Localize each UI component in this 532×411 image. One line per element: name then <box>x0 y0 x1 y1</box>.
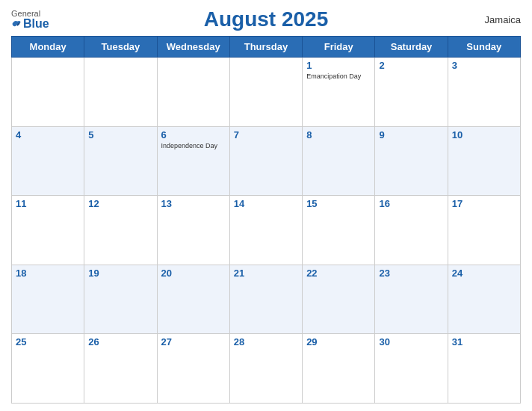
holiday-label: Emancipation Day <box>306 72 371 80</box>
month-title: August 2025 <box>204 7 329 31</box>
calendar-cell: 24 <box>448 265 520 334</box>
calendar-cell: 29 <box>303 334 375 404</box>
day-number: 26 <box>88 336 152 347</box>
calendar-cell: 10 <box>448 126 520 196</box>
weekday-saturday: Saturday <box>375 37 448 58</box>
calendar-cell: 7 <box>229 126 302 196</box>
day-number: 28 <box>234 336 298 347</box>
calendar-cell: 6Independence Day <box>157 126 229 196</box>
day-number: 20 <box>161 268 226 279</box>
calendar-cell: 21 <box>229 265 302 334</box>
calendar-cell: 16 <box>375 196 448 265</box>
day-number: 21 <box>234 268 298 279</box>
calendar-cell: 26 <box>84 334 157 404</box>
calendar-cell <box>84 58 157 127</box>
calendar-week-row: 11121314151617 <box>12 196 521 265</box>
day-number: 24 <box>452 268 516 279</box>
calendar-cell: 23 <box>375 265 448 334</box>
calendar-cell: 25 <box>12 334 84 404</box>
calendar-cell: 11 <box>12 196 84 265</box>
calendar-cell: 28 <box>229 334 302 404</box>
calendar-cell: 27 <box>157 334 229 404</box>
day-number: 31 <box>452 336 516 347</box>
day-number: 1 <box>306 60 371 71</box>
calendar-cell <box>12 58 84 127</box>
country-label: Jamaica <box>485 14 521 25</box>
day-number: 25 <box>16 336 80 347</box>
day-number: 16 <box>379 198 443 209</box>
calendar-cell <box>157 58 229 127</box>
weekday-wednesday: Wednesday <box>157 37 229 58</box>
calendar-cell: 31 <box>448 334 520 404</box>
day-number: 14 <box>234 198 298 209</box>
weekday-tuesday: Tuesday <box>84 37 157 58</box>
calendar-cell: 13 <box>157 196 229 265</box>
logo-blue-text: Blue <box>11 18 49 30</box>
weekday-monday: Monday <box>12 37 84 58</box>
calendar-cell: 18 <box>12 265 84 334</box>
calendar-cell: 19 <box>84 265 157 334</box>
day-number: 30 <box>379 336 443 347</box>
calendar-cell: 15 <box>303 196 375 265</box>
day-number: 7 <box>234 129 298 140</box>
calendar-table: MondayTuesdayWednesdayThursdayFridaySatu… <box>11 36 521 404</box>
calendar-cell: 5 <box>84 126 157 196</box>
calendar-week-row: 1Emancipation Day23 <box>12 58 521 127</box>
day-number: 9 <box>379 129 443 140</box>
day-number: 11 <box>16 198 80 209</box>
calendar-cell: 14 <box>229 196 302 265</box>
weekday-header-row: MondayTuesdayWednesdayThursdayFridaySatu… <box>12 37 521 58</box>
day-number: 8 <box>306 129 371 140</box>
calendar-week-row: 456Independence Day78910 <box>12 126 521 196</box>
calendar-cell: 4 <box>12 126 84 196</box>
calendar-cell: 3 <box>448 58 520 127</box>
day-number: 27 <box>161 336 226 347</box>
day-number: 6 <box>161 129 226 140</box>
calendar-cell: 20 <box>157 265 229 334</box>
logo-general-text: General <box>11 10 40 18</box>
calendar-cell <box>229 58 302 127</box>
holiday-label: Independence Day <box>161 142 226 149</box>
calendar-cell: 2 <box>375 58 448 127</box>
calendar-cell: 22 <box>303 265 375 334</box>
calendar-cell: 8 <box>303 126 375 196</box>
weekday-sunday: Sunday <box>448 37 520 58</box>
day-number: 19 <box>88 268 152 279</box>
calendar-week-row: 18192021222324 <box>12 265 521 334</box>
logo-bird-icon <box>11 19 22 29</box>
calendar-header: General Blue August 2025 Jamaica <box>11 7 521 31</box>
day-number: 22 <box>306 268 371 279</box>
day-number: 29 <box>306 336 371 347</box>
day-number: 10 <box>452 129 516 140</box>
calendar-cell: 12 <box>84 196 157 265</box>
logo: General Blue <box>11 10 49 30</box>
day-number: 3 <box>452 60 516 71</box>
weekday-thursday: Thursday <box>229 37 302 58</box>
calendar-cell: 1Emancipation Day <box>303 58 375 127</box>
day-number: 15 <box>306 198 371 209</box>
calendar-cell: 30 <box>375 334 448 404</box>
day-number: 4 <box>16 129 80 140</box>
calendar-week-row: 25262728293031 <box>12 334 521 404</box>
day-number: 5 <box>88 129 152 140</box>
day-number: 18 <box>16 268 80 279</box>
calendar-cell: 9 <box>375 126 448 196</box>
weekday-friday: Friday <box>303 37 375 58</box>
day-number: 17 <box>452 198 516 209</box>
day-number: 2 <box>379 60 443 71</box>
calendar-cell: 17 <box>448 196 520 265</box>
day-number: 23 <box>379 268 443 279</box>
day-number: 12 <box>88 198 152 209</box>
day-number: 13 <box>161 198 226 209</box>
